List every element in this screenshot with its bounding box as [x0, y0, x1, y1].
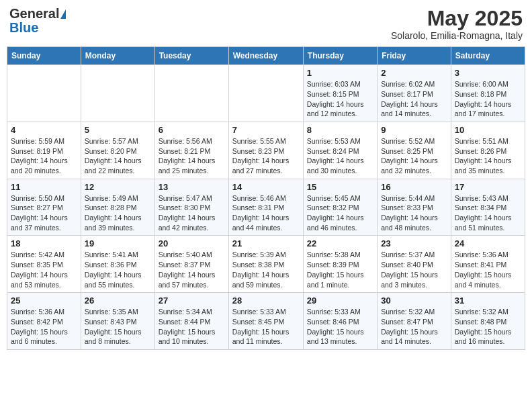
calendar-cell: 12Sunrise: 5:49 AM Sunset: 8:28 PM Dayli… — [81, 179, 154, 236]
day-number: 19 — [85, 238, 151, 248]
day-number: 15 — [307, 182, 373, 192]
day-number: 11 — [11, 182, 77, 192]
days-of-week-row: SundayMondayTuesdayWednesdayThursdayFrid… — [7, 47, 525, 65]
day-info: Sunrise: 5:56 AM Sunset: 8:21 PM Dayligh… — [159, 136, 225, 176]
calendar-cell: 27Sunrise: 5:34 AM Sunset: 8:44 PM Dayli… — [154, 293, 228, 350]
day-of-week-header: Wednesday — [228, 47, 303, 65]
day-number: 28 — [232, 295, 300, 306]
calendar-cell: 31Sunrise: 5:32 AM Sunset: 8:48 PM Dayli… — [451, 293, 525, 350]
day-info: Sunrise: 5:38 AM Sunset: 8:39 PM Dayligh… — [307, 250, 373, 289]
page-header: General Blue May 2025 Solarolo, Emilia-R… — [7, 7, 525, 41]
day-number: 3 — [455, 68, 521, 78]
calendar-cell: 7Sunrise: 5:55 AM Sunset: 8:23 PM Daylig… — [228, 122, 303, 179]
day-info: Sunrise: 5:59 AM Sunset: 8:19 PM Dayligh… — [11, 136, 77, 176]
day-info: Sunrise: 5:33 AM Sunset: 8:45 PM Dayligh… — [232, 307, 300, 347]
title-section: May 2025 Solarolo, Emilia-Romagna, Italy — [391, 7, 523, 41]
calendar-cell: 22Sunrise: 5:38 AM Sunset: 8:39 PM Dayli… — [303, 236, 377, 293]
calendar-cell: 25Sunrise: 5:36 AM Sunset: 8:42 PM Dayli… — [7, 293, 81, 350]
day-number: 1 — [307, 68, 373, 78]
month-title: May 2025 — [391, 7, 523, 30]
day-number: 6 — [159, 125, 225, 135]
day-info: Sunrise: 5:52 AM Sunset: 8:25 PM Dayligh… — [381, 136, 447, 176]
day-number: 31 — [455, 295, 521, 306]
location-subtitle: Solarolo, Emilia-Romagna, Italy — [391, 30, 523, 41]
calendar-week-row: 4Sunrise: 5:59 AM Sunset: 8:19 PM Daylig… — [7, 122, 525, 179]
calendar-cell: 23Sunrise: 5:37 AM Sunset: 8:40 PM Dayli… — [378, 236, 451, 293]
day-info: Sunrise: 5:42 AM Sunset: 8:35 PM Dayligh… — [11, 250, 77, 289]
day-number: 13 — [159, 182, 225, 192]
day-info: Sunrise: 5:46 AM Sunset: 8:31 PM Dayligh… — [232, 193, 300, 233]
calendar-cell: 15Sunrise: 5:45 AM Sunset: 8:32 PM Dayli… — [303, 179, 377, 236]
calendar-cell: 8Sunrise: 5:53 AM Sunset: 8:24 PM Daylig… — [303, 122, 377, 179]
calendar-cell — [228, 65, 303, 122]
day-number: 9 — [381, 125, 447, 135]
day-info: Sunrise: 5:47 AM Sunset: 8:30 PM Dayligh… — [159, 193, 225, 233]
day-info: Sunrise: 5:49 AM Sunset: 8:28 PM Dayligh… — [85, 193, 151, 233]
calendar-cell: 4Sunrise: 5:59 AM Sunset: 8:19 PM Daylig… — [7, 122, 81, 179]
day-number: 20 — [159, 238, 225, 248]
calendar-cell: 30Sunrise: 5:32 AM Sunset: 8:47 PM Dayli… — [378, 293, 451, 350]
day-info: Sunrise: 5:53 AM Sunset: 8:24 PM Dayligh… — [307, 136, 373, 176]
day-info: Sunrise: 5:51 AM Sunset: 8:26 PM Dayligh… — [455, 136, 521, 176]
day-number: 16 — [381, 182, 447, 192]
day-number: 18 — [11, 238, 77, 248]
day-info: Sunrise: 5:55 AM Sunset: 8:23 PM Dayligh… — [232, 136, 300, 176]
day-number: 14 — [232, 182, 300, 192]
day-info: Sunrise: 5:44 AM Sunset: 8:33 PM Dayligh… — [381, 193, 447, 233]
day-number: 27 — [159, 295, 225, 306]
day-info: Sunrise: 5:34 AM Sunset: 8:44 PM Dayligh… — [159, 307, 225, 347]
day-number: 5 — [85, 125, 151, 135]
calendar-cell: 2Sunrise: 6:02 AM Sunset: 8:17 PM Daylig… — [378, 65, 451, 122]
calendar-week-row: 11Sunrise: 5:50 AM Sunset: 8:27 PM Dayli… — [7, 179, 525, 236]
day-number: 4 — [11, 125, 77, 135]
day-number: 25 — [11, 295, 77, 306]
day-info: Sunrise: 5:32 AM Sunset: 8:47 PM Dayligh… — [381, 307, 447, 347]
day-info: Sunrise: 5:36 AM Sunset: 8:42 PM Dayligh… — [11, 307, 77, 347]
day-number: 22 — [307, 238, 373, 248]
day-number: 29 — [307, 295, 373, 306]
logo-blue-text: Blue — [9, 20, 38, 36]
day-info: Sunrise: 6:00 AM Sunset: 8:18 PM Dayligh… — [455, 79, 521, 119]
calendar-cell — [81, 65, 154, 122]
logo-triangle-icon — [60, 9, 66, 19]
calendar-cell: 28Sunrise: 5:33 AM Sunset: 8:45 PM Dayli… — [228, 293, 303, 350]
day-info: Sunrise: 5:39 AM Sunset: 8:38 PM Dayligh… — [232, 250, 300, 289]
calendar-cell: 1Sunrise: 6:03 AM Sunset: 8:15 PM Daylig… — [303, 65, 377, 122]
calendar-cell: 14Sunrise: 5:46 AM Sunset: 8:31 PM Dayli… — [228, 179, 303, 236]
day-of-week-header: Thursday — [303, 47, 377, 65]
calendar-header: SundayMondayTuesdayWednesdayThursdayFrid… — [7, 47, 525, 65]
day-number: 10 — [455, 125, 521, 135]
calendar-body: 1Sunrise: 6:03 AM Sunset: 8:15 PM Daylig… — [7, 65, 525, 350]
day-info: Sunrise: 5:43 AM Sunset: 8:34 PM Dayligh… — [455, 193, 521, 233]
calendar-cell: 9Sunrise: 5:52 AM Sunset: 8:25 PM Daylig… — [378, 122, 451, 179]
day-info: Sunrise: 5:45 AM Sunset: 8:32 PM Dayligh… — [307, 193, 373, 233]
calendar-cell: 17Sunrise: 5:43 AM Sunset: 8:34 PM Dayli… — [451, 179, 525, 236]
calendar-week-row: 18Sunrise: 5:42 AM Sunset: 8:35 PM Dayli… — [7, 236, 525, 293]
calendar-cell — [7, 65, 81, 122]
logo: General Blue — [9, 7, 66, 36]
day-number: 21 — [232, 238, 300, 248]
day-info: Sunrise: 5:37 AM Sunset: 8:40 PM Dayligh… — [381, 250, 447, 289]
day-info: Sunrise: 5:32 AM Sunset: 8:48 PM Dayligh… — [455, 307, 521, 347]
day-number: 24 — [455, 238, 521, 248]
calendar-cell: 19Sunrise: 5:41 AM Sunset: 8:36 PM Dayli… — [81, 236, 154, 293]
calendar-table: SundayMondayTuesdayWednesdayThursdayFrid… — [7, 46, 525, 350]
calendar-cell: 24Sunrise: 5:36 AM Sunset: 8:41 PM Dayli… — [451, 236, 525, 293]
day-number: 23 — [381, 238, 447, 248]
day-of-week-header: Sunday — [7, 47, 81, 65]
calendar-cell: 20Sunrise: 5:40 AM Sunset: 8:37 PM Dayli… — [154, 236, 228, 293]
calendar-cell: 18Sunrise: 5:42 AM Sunset: 8:35 PM Dayli… — [7, 236, 81, 293]
calendar-cell — [154, 65, 228, 122]
day-of-week-header: Saturday — [451, 47, 525, 65]
day-of-week-header: Monday — [81, 47, 154, 65]
day-info: Sunrise: 6:03 AM Sunset: 8:15 PM Dayligh… — [307, 79, 373, 119]
calendar-cell: 5Sunrise: 5:57 AM Sunset: 8:20 PM Daylig… — [81, 122, 154, 179]
calendar-cell: 6Sunrise: 5:56 AM Sunset: 8:21 PM Daylig… — [154, 122, 228, 179]
day-info: Sunrise: 5:57 AM Sunset: 8:20 PM Dayligh… — [85, 136, 151, 176]
day-info: Sunrise: 5:50 AM Sunset: 8:27 PM Dayligh… — [11, 193, 77, 233]
day-number: 2 — [381, 68, 447, 78]
day-info: Sunrise: 6:02 AM Sunset: 8:17 PM Dayligh… — [381, 79, 447, 119]
calendar-cell: 3Sunrise: 6:00 AM Sunset: 8:18 PM Daylig… — [451, 65, 525, 122]
day-number: 7 — [232, 125, 300, 135]
calendar-week-row: 1Sunrise: 6:03 AM Sunset: 8:15 PM Daylig… — [7, 65, 525, 122]
